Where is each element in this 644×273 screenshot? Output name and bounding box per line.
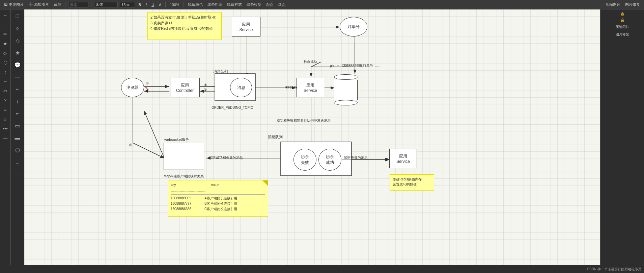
- kv-key-1: 13088889999: [171, 196, 201, 201]
- sidebar-icon-pen[interactable]: ✏: [1, 30, 10, 39]
- browser-label: 浏览器: [127, 85, 139, 91]
- kv-val-3: C客户端的长连接引用: [204, 206, 265, 212]
- tool-hexagon[interactable]: ⬡: [12, 145, 23, 155]
- update-image-btn[interactable]: 🖼 更改图片: [3, 1, 25, 8]
- label-2-top: ②: [146, 88, 149, 92]
- search-input[interactable]: [68, 2, 88, 7]
- compress-image-btn[interactable]: 压缩图片: [604, 1, 622, 8]
- main-area: ← — ✏ ★ ◇ ⬡ ↕ ↔ ✂ ? ≡ ☆ ••• — □ ○ ◇ ★ 💬 …: [0, 9, 644, 265]
- app-controller[interactable]: 应用Controller: [170, 78, 200, 97]
- tool-arrow-down[interactable]: ↓: [12, 96, 23, 107]
- tool-line[interactable]: —: [12, 72, 23, 82]
- tool-chat[interactable]: 💬: [12, 59, 23, 70]
- sidebar-icon-arrow-left[interactable]: ←: [1, 11, 10, 20]
- separator4: [184, 2, 184, 7]
- image-repair-btn[interactable]: 图片修复: [624, 1, 641, 8]
- bold-btn[interactable]: B: [137, 2, 142, 7]
- app-service-right-label: 应用Service: [396, 153, 410, 164]
- message-ellipse[interactable]: 消息: [230, 78, 252, 97]
- tool-rect3[interactable]: ▬: [12, 132, 23, 143]
- sidebar-icon-diamond[interactable]: ◇: [1, 49, 10, 57]
- diagram: 2.如果没有支付,修改订单状态(超时取消) 3.真实库存+1 4.修改Redis…: [24, 9, 600, 265]
- tools-panel: □ ○ ◇ ★ 💬 — ← ↓ ⌐ ▭ ▬ ⬡ ⌄ —: [11, 9, 24, 265]
- sidebar-icon-help[interactable]: ?: [1, 96, 10, 105]
- sidebar-icon-tools[interactable]: ✂: [1, 86, 10, 95]
- order-no-ellipse[interactable]: 订单号: [340, 17, 367, 36]
- add-image-btn[interactable]: ➕ 添加图片: [27, 1, 50, 8]
- flash-success-ellipse[interactable]: 秒杀成功: [318, 149, 341, 171]
- kv-key-2: 13088887777: [171, 201, 201, 206]
- sticky-note-1-text: 2.如果没有支付,修改订单状态(超时取消) 3.真实库存+1 4.修改Redis…: [150, 15, 219, 31]
- kv-val-1: A客户端的长连接引用: [204, 196, 265, 201]
- line-thickness-btn[interactable]: 线条粗细: [206, 1, 224, 8]
- success-fail-label: 成功和失败都需要往队列中发送消息: [277, 118, 331, 123]
- sidebar-icon-line[interactable]: —: [1, 134, 10, 143]
- message-label: 消息: [237, 85, 245, 91]
- sidebar-icon-shape[interactable]: ⬡: [1, 58, 10, 67]
- tool-chevron[interactable]: ⌄: [12, 157, 23, 168]
- tool-arrow-left[interactable]: ←: [12, 84, 23, 95]
- sidebar-icon-list[interactable]: ≡: [1, 105, 10, 114]
- kv-divider: -------------------------------: [171, 189, 265, 195]
- separator3: [165, 2, 166, 7]
- font-family-input[interactable]: [94, 2, 118, 7]
- sidebar-icon-more[interactable]: •••: [1, 124, 10, 133]
- kv-header: key value: [171, 182, 265, 188]
- flash-success-label: 秒杀成功: [304, 59, 317, 64]
- tool-ellipse[interactable]: ○: [12, 23, 23, 34]
- phone-label: phone=13088889999,订单号=......: [330, 64, 381, 68]
- circle-3: ③: [129, 143, 132, 147]
- app-service-top-label: 应用Service: [239, 22, 253, 32]
- italic-btn[interactable]: I: [144, 2, 148, 7]
- monitor-label: ←监听成功和失败的消息: [206, 155, 243, 160]
- database-cylinder[interactable]: [334, 74, 358, 105]
- font-color-btn[interactable]: A: [158, 2, 163, 7]
- sidebar-icon-star2[interactable]: ☆: [1, 115, 10, 124]
- font-size-input[interactable]: [120, 2, 135, 7]
- right-btn-repair[interactable]: 图片修复: [602, 31, 643, 38]
- crop-btn[interactable]: 裁剪: [52, 1, 62, 8]
- copyright: CSDN @一个诺诺前行的后端程序员: [587, 267, 641, 272]
- app-service-right[interactable]: 应用Service: [389, 149, 417, 168]
- canvas-area[interactable]: 2.如果没有支付,修改订单状态(超时取消) 3.真实库存+1 4.修改Redis…: [24, 9, 600, 265]
- kv-sticky-note: key value ------------------------------…: [168, 180, 268, 217]
- websocket-service-label: websocket服务: [164, 137, 189, 142]
- right-btn-2[interactable]: 🔒: [602, 17, 643, 23]
- underline-btn[interactable]: U: [150, 2, 156, 7]
- top-toolbar: 🖼 更改图片 ➕ 添加图片 裁剪 B I U A 100% 线条颜色 线条粗细 …: [0, 0, 644, 9]
- end-point-btn[interactable]: 终点: [277, 1, 287, 8]
- app-controller-label: 应用Controller: [176, 82, 194, 93]
- zoom-display: 100%: [168, 2, 180, 7]
- sidebar-icon-leftright[interactable]: ↔: [1, 77, 10, 86]
- app-service-mid[interactable]: 应用Service: [297, 78, 324, 97]
- sticky-note-1: 2.如果没有支付,修改订单状态(超时取消) 3.真实库存+1 4.修改Redis…: [147, 12, 222, 40]
- app-service-top[interactable]: 应用Service: [232, 17, 260, 36]
- add-image-icon: ➕: [28, 2, 33, 6]
- map-label: Map存储客户端的映射关系: [164, 174, 204, 179]
- kv-key-3: 13088886666: [171, 206, 201, 212]
- tool-rect2[interactable]: ▭: [12, 120, 23, 131]
- tool-rect[interactable]: □: [12, 11, 23, 22]
- flash-fail-ellipse[interactable]: 秒杀失败: [293, 149, 316, 171]
- cylinder-body: [334, 80, 358, 100]
- mq-label-bottom: 消息队列: [268, 134, 283, 140]
- right-btn-compress[interactable]: 压缩图片: [602, 24, 643, 30]
- browser-ellipse[interactable]: 浏览器: [121, 78, 144, 97]
- sidebar-icon-minus[interactable]: —: [1, 20, 10, 29]
- sidebar-icon-star[interactable]: ★: [1, 39, 10, 48]
- line-color-btn[interactable]: 线条颜色: [187, 1, 204, 8]
- fold-indicator: [262, 180, 268, 186]
- kv-row-2: 13088887777 B客户端的长连接引用: [171, 201, 265, 206]
- tool-corner[interactable]: ⌐: [12, 108, 23, 119]
- update-image-icon: 🖼: [4, 2, 8, 6]
- tool-star[interactable]: ★: [12, 47, 23, 58]
- start-point-btn[interactable]: 起点: [265, 1, 275, 8]
- line-model-btn[interactable]: 线条模型: [245, 1, 263, 8]
- line-style-btn[interactable]: 线条样式: [226, 1, 243, 8]
- label-1-right: ①: [204, 88, 207, 92]
- right-btn-1[interactable]: 🔒: [602, 11, 643, 17]
- websocket-box[interactable]: [164, 143, 204, 170]
- sidebar-icon-updown[interactable]: ↕: [1, 68, 10, 76]
- right-toolbar: 🔒 🔒 压缩图片 图片修复: [600, 9, 644, 265]
- tool-diamond[interactable]: ◇: [12, 35, 23, 46]
